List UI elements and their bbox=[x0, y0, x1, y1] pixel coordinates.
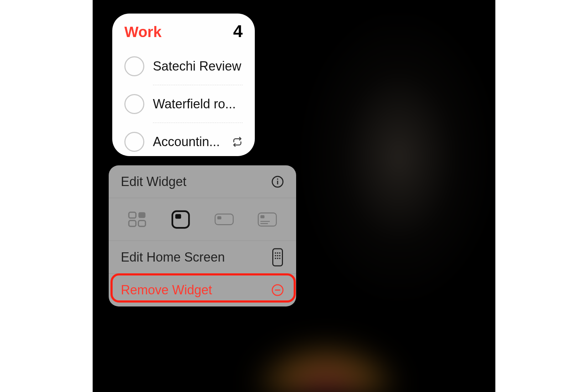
wallpaper-color bbox=[254, 294, 495, 392]
reminders-widget[interactable]: Work 4 Satechi Review Waterfield ro... A… bbox=[112, 14, 255, 156]
reminder-item[interactable]: Waterfield ro... bbox=[124, 85, 243, 123]
widget-header: Work 4 bbox=[124, 21, 243, 41]
widget-size-row bbox=[109, 198, 296, 241]
size-option-medium[interactable] bbox=[214, 212, 234, 227]
reminder-label: Waterfield ro... bbox=[153, 97, 243, 112]
menu-label: Edit Home Screen bbox=[121, 250, 225, 265]
reminder-label: Accountin... bbox=[153, 134, 228, 149]
widget-title: Work bbox=[124, 24, 161, 41]
reminder-checkbox[interactable] bbox=[124, 94, 144, 114]
menu-item-edit-home-screen[interactable]: Edit Home Screen bbox=[109, 241, 296, 274]
svg-rect-6 bbox=[138, 221, 145, 226]
svg-point-21 bbox=[279, 255, 280, 256]
menu-label: Edit Widget bbox=[121, 174, 186, 189]
svg-rect-15 bbox=[273, 249, 283, 266]
svg-point-19 bbox=[275, 255, 276, 256]
size-option-small-grid[interactable] bbox=[128, 212, 148, 227]
svg-rect-5 bbox=[129, 221, 136, 226]
size-option-large[interactable] bbox=[257, 212, 277, 227]
reminder-item[interactable]: Accountin... bbox=[124, 123, 243, 161]
reminder-checkbox[interactable] bbox=[124, 56, 144, 76]
svg-rect-12 bbox=[261, 215, 264, 218]
phone-screen: Work 4 Satechi Review Waterfield ro... A… bbox=[93, 0, 495, 392]
svg-point-17 bbox=[277, 252, 278, 254]
svg-point-20 bbox=[277, 255, 278, 256]
reminder-label: Satechi Review bbox=[153, 59, 243, 74]
reminder-item[interactable]: Satechi Review bbox=[124, 47, 243, 85]
menu-item-remove-widget[interactable]: Remove Widget bbox=[109, 274, 296, 306]
svg-rect-11 bbox=[258, 213, 277, 226]
svg-rect-10 bbox=[217, 216, 221, 220]
widget-context-menu: Edit Widget bbox=[109, 165, 296, 306]
menu-item-edit-widget[interactable]: Edit Widget bbox=[109, 165, 296, 198]
svg-rect-3 bbox=[129, 212, 136, 218]
repeat-icon bbox=[232, 136, 243, 147]
svg-point-23 bbox=[277, 258, 278, 259]
size-option-small-square[interactable] bbox=[171, 212, 191, 227]
phone-apps-icon bbox=[271, 251, 284, 264]
svg-point-16 bbox=[275, 252, 276, 254]
svg-rect-9 bbox=[215, 214, 233, 225]
svg-point-18 bbox=[279, 252, 280, 254]
svg-point-24 bbox=[279, 258, 280, 259]
svg-rect-7 bbox=[172, 211, 189, 228]
info-icon bbox=[271, 175, 284, 188]
minus-circle-icon bbox=[271, 284, 284, 296]
widget-count: 4 bbox=[233, 21, 243, 41]
svg-point-22 bbox=[275, 258, 276, 259]
svg-rect-8 bbox=[175, 214, 181, 218]
reminder-checkbox[interactable] bbox=[124, 132, 144, 152]
svg-rect-4 bbox=[138, 212, 145, 218]
svg-point-2 bbox=[277, 178, 278, 180]
menu-label: Remove Widget bbox=[121, 283, 212, 298]
